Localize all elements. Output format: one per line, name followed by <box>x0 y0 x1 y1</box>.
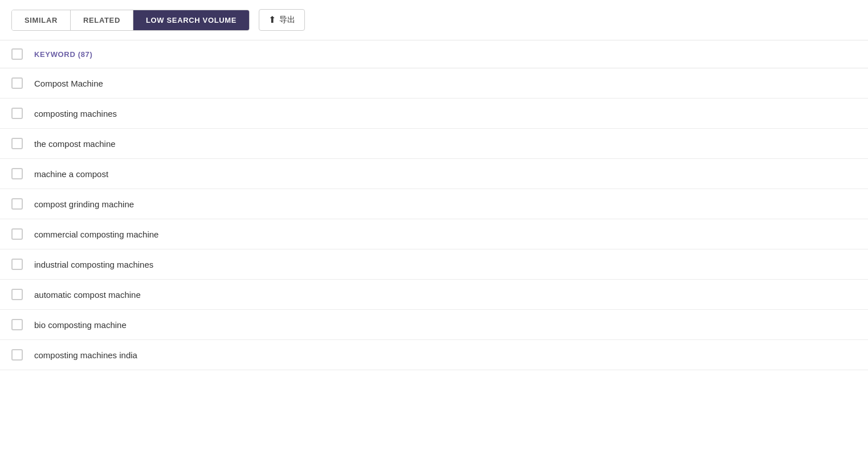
keyword-text: bio composting machine <box>34 320 127 330</box>
table-row[interactable]: bio composting machine <box>0 310 868 340</box>
table-header: KEYWORD (87) <box>0 40 868 68</box>
tab-similar[interactable]: SIMILAR <box>12 10 71 30</box>
tab-low-search-volume[interactable]: LOW SEARCH VOLUME <box>133 10 249 30</box>
row-checkbox[interactable] <box>11 138 23 149</box>
select-all-checkbox[interactable] <box>11 48 23 60</box>
row-checkbox[interactable] <box>11 259 23 270</box>
keyword-text: industrial composting machines <box>34 260 153 269</box>
row-checkbox[interactable] <box>11 198 23 210</box>
keyword-column-header: KEYWORD (87) <box>34 50 92 59</box>
table-row[interactable]: compost grinding machine <box>0 189 868 219</box>
keyword-text: commercial composting machine <box>34 230 158 239</box>
table-row[interactable]: commercial composting machine <box>0 219 868 249</box>
row-checkbox[interactable] <box>11 108 23 119</box>
row-checkbox[interactable] <box>11 228 23 240</box>
keyword-text: compost grinding machine <box>34 199 134 209</box>
row-checkbox[interactable] <box>11 319 23 330</box>
export-button[interactable]: ⬆ 导出 <box>259 9 305 31</box>
row-checkbox[interactable] <box>11 289 23 300</box>
keyword-text: the compost machine <box>34 139 116 149</box>
keyword-text: machine a compost <box>34 169 108 179</box>
row-checkbox[interactable] <box>11 77 23 89</box>
keyword-rows: Compost Machinecomposting machinesthe co… <box>0 68 868 370</box>
table-row[interactable]: automatic compost machine <box>0 280 868 310</box>
row-checkbox[interactable] <box>11 349 23 361</box>
keyword-text: Compost Machine <box>34 79 103 88</box>
table-row[interactable]: the compost machine <box>0 129 868 159</box>
table-row[interactable]: machine a compost <box>0 159 868 189</box>
row-checkbox[interactable] <box>11 168 23 179</box>
top-bar: SIMILAR RELATED LOW SEARCH VOLUME ⬆ 导出 <box>0 0 868 40</box>
table-row[interactable]: composting machines india <box>0 340 868 370</box>
upload-icon: ⬆ <box>268 15 276 24</box>
table-row[interactable]: industrial composting machines <box>0 249 868 280</box>
keyword-text: composting machines <box>34 109 117 118</box>
tab-group: SIMILAR RELATED LOW SEARCH VOLUME <box>11 10 250 31</box>
keyword-text: composting machines india <box>34 350 137 360</box>
keyword-text: automatic compost machine <box>34 290 141 300</box>
table-row[interactable]: composting machines <box>0 99 868 129</box>
keyword-table: KEYWORD (87) Compost Machinecomposting m… <box>0 40 868 370</box>
tab-related[interactable]: RELATED <box>71 10 133 30</box>
export-label: 导出 <box>279 15 295 25</box>
table-row[interactable]: Compost Machine <box>0 68 868 99</box>
